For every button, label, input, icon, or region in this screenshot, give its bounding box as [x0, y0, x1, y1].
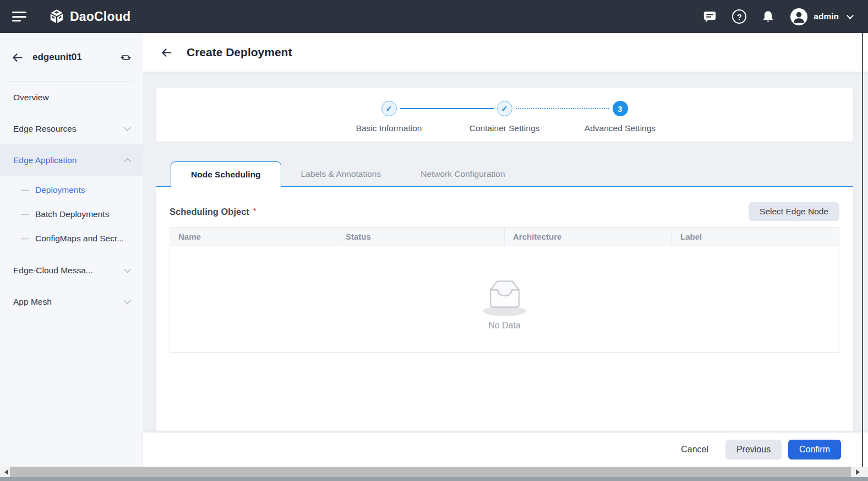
- vertical-scrollbar[interactable]: [862, 33, 863, 467]
- step-label: Basic Information: [356, 123, 422, 133]
- previous-button[interactable]: Previous: [725, 440, 782, 460]
- step-label: Container Settings: [470, 123, 540, 133]
- chevron-down-icon: [124, 124, 131, 131]
- page-back-arrow-icon[interactable]: [160, 46, 173, 59]
- horizontal-scrollbar: [0, 467, 868, 477]
- tab-network-configuration[interactable]: Network Configuration: [401, 161, 525, 186]
- step-done-check-icon: ✓: [381, 101, 397, 116]
- dash-icon: —: [21, 210, 29, 219]
- scheduling-object-label: Scheduling Object: [170, 207, 249, 217]
- step-number-badge: 3: [613, 101, 628, 116]
- step-basic-information: ✓ Basic Information: [331, 101, 447, 133]
- sidebar-item-app-mesh[interactable]: App Mesh: [0, 286, 143, 317]
- footer-action-bar: Cancel Previous Confirm: [143, 433, 868, 467]
- table-header-row: Name Status Architecture Label: [170, 228, 839, 246]
- confirm-button[interactable]: Confirm: [788, 440, 841, 460]
- column-header-status: Status: [337, 228, 504, 246]
- column-header-label: Label: [672, 228, 839, 246]
- sidebar-item-deployments[interactable]: — Deployments: [0, 178, 143, 202]
- step-done-check-icon: ✓: [497, 101, 512, 116]
- step-container-settings: ✓ Container Settings: [447, 101, 563, 133]
- user-name: admin: [814, 12, 839, 21]
- sidebar-item-configmaps-secrets[interactable]: — ConfigMaps and Secr...: [0, 226, 143, 251]
- cluster-name: edgeunit01: [32, 52, 82, 63]
- no-data-text: No Data: [488, 321, 521, 331]
- table-empty-state: No Data: [170, 246, 839, 352]
- chevron-up-icon: [124, 158, 131, 165]
- topbar-actions: ? admin: [687, 8, 853, 26]
- node-scheduling-panel: Scheduling Object* Select Edge Node Name…: [156, 187, 853, 431]
- tab-node-scheduling[interactable]: Node Scheduling: [171, 161, 281, 187]
- brand-logo: DaoCloud: [48, 8, 130, 25]
- scroll-left-arrow-icon[interactable]: [2, 469, 8, 475]
- column-header-architecture: Architecture: [504, 228, 672, 246]
- column-header-name: Name: [170, 228, 337, 246]
- tabs-bar: Node Scheduling Labels & Annotations Net…: [156, 161, 853, 187]
- select-edge-node-button[interactable]: Select Edge Node: [749, 202, 839, 221]
- required-asterisk: *: [253, 206, 256, 215]
- window-bottom-edge: [0, 477, 868, 481]
- page-body: ✓ Basic Information ✓ Container Settings…: [143, 72, 868, 433]
- stepper-card: ✓ Basic Information ✓ Container Settings…: [156, 88, 853, 142]
- messages-icon[interactable]: [702, 9, 717, 24]
- sidebar-item-edge-application[interactable]: Edge Application: [0, 144, 143, 176]
- stepper: ✓ Basic Information ✓ Container Settings…: [156, 88, 853, 133]
- user-avatar[interactable]: [790, 8, 808, 26]
- scheduling-table: Name Status Architecture Label No Data: [170, 227, 839, 353]
- menu-icon[interactable]: [12, 9, 26, 24]
- step-label: Advanced Settings: [585, 123, 656, 133]
- scroll-right-arrow-icon[interactable]: [856, 469, 862, 475]
- topbar: DaoCloud ? admin: [0, 0, 868, 33]
- sidebar-item-batch-deployments[interactable]: — Batch Deployments: [0, 202, 143, 226]
- page-title: Create Deployment: [187, 46, 292, 59]
- empty-inbox-icon: [479, 268, 530, 318]
- step-advanced-settings: 3 Advanced Settings: [563, 101, 678, 133]
- sidebar-header: edgeunit01: [0, 33, 143, 82]
- sidebar: edgeunit01 Overview Edge Resources Edge …: [0, 33, 143, 467]
- chevron-down-icon: [124, 297, 131, 304]
- brand-name: DaoCloud: [70, 9, 130, 24]
- switch-cluster-icon[interactable]: [119, 51, 132, 64]
- page-header: Create Deployment: [143, 33, 868, 72]
- sidebar-back-arrow-icon[interactable]: [11, 51, 24, 64]
- dash-icon: —: [21, 186, 29, 194]
- daocloud-cube-icon: [48, 8, 65, 25]
- sidebar-item-edge-cloud-message[interactable]: Edge-Cloud Messa...: [0, 255, 143, 286]
- tab-labels-annotations[interactable]: Labels & Annotations: [281, 161, 401, 186]
- sidebar-item-edge-resources[interactable]: Edge Resources: [0, 113, 143, 144]
- sidebar-item-overview[interactable]: Overview: [0, 82, 143, 113]
- cancel-button[interactable]: Cancel: [681, 445, 708, 455]
- scheduling-object-row: Scheduling Object* Select Edge Node: [170, 202, 839, 221]
- horizontal-scrollbar-thumb[interactable]: [10, 467, 851, 477]
- dash-icon: —: [21, 234, 29, 243]
- user-menu-chevron-down-icon[interactable]: [847, 12, 854, 19]
- chevron-down-icon: [124, 266, 131, 273]
- help-icon[interactable]: ?: [732, 9, 746, 24]
- notifications-bell-icon[interactable]: [761, 10, 775, 24]
